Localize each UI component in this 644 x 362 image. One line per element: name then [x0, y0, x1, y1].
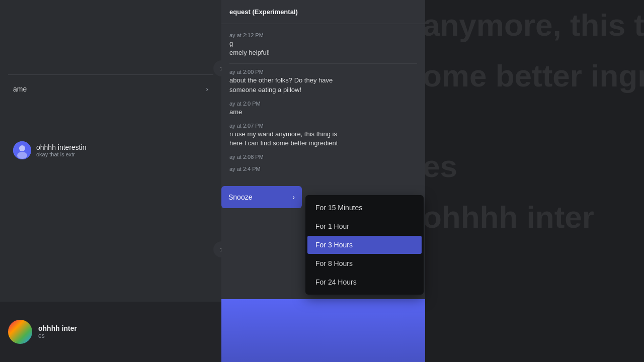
- message-divider-1: [229, 63, 417, 64]
- message-preview-text: ohhhh interestin: [36, 143, 87, 151]
- current-username: ohhhh inter: [38, 324, 213, 332]
- timestamp-4: ay at 2:07 PM: [229, 123, 417, 129]
- message-text-1b: emely helpful!: [229, 48, 417, 57]
- message-text-4b: here I can find some better ingredient: [229, 139, 417, 148]
- dropdown-item-1hour[interactable]: For 1 Hour: [307, 217, 422, 235]
- sidebar-channel-item[interactable]: ame ›: [8, 81, 213, 97]
- current-user-sub: es: [38, 332, 213, 339]
- chat-header: equest (Experimental): [221, 0, 425, 24]
- snooze-button[interactable]: Snooze ›: [221, 186, 302, 208]
- bg-line-1: anymore, this thing is: [423, 0, 644, 51]
- dropdown-item-3hours[interactable]: For 3 Hours: [307, 236, 422, 254]
- timestamp-2: ay at 2:00 PM: [229, 69, 417, 75]
- timestamp-5: ay at 2:08 PM: [229, 154, 417, 160]
- user-message-row[interactable]: ohhhh interestin okay that is extr: [8, 137, 213, 163]
- bg-line-3: [423, 101, 644, 141]
- bg-line-2: ome better ingredient: [423, 51, 644, 102]
- message-text-2b: someone eating a pillow!: [229, 85, 417, 95]
- message-text-3a: ame: [229, 108, 417, 117]
- svg-point-1: [19, 145, 25, 151]
- timestamp-1: ay at 2:12 PM: [229, 32, 417, 38]
- message-preview-sub: okay that is extr: [36, 151, 87, 157]
- message-group-3: ay at 2:0 PM ame: [229, 101, 417, 117]
- bg-line-4: es: [423, 141, 644, 192]
- dropdown-item-24hours[interactable]: For 24 Hours: [307, 273, 422, 291]
- user-message-preview: ohhhh interestin okay that is extr: [36, 143, 87, 157]
- message-group-4: ay at 2:07 PM n use my wand anymore, thi…: [229, 123, 417, 148]
- current-user-avatar: [8, 320, 32, 344]
- message-text-1a: g: [229, 39, 417, 48]
- timestamp-3: ay at 2:0 PM: [229, 101, 417, 107]
- user-avatar: [13, 141, 31, 159]
- snooze-chevron-icon: ›: [292, 193, 295, 201]
- snooze-dropdown: For 15 Minutes For 1 Hour For 3 Hours Fo…: [305, 195, 424, 295]
- message-text-4a: n use my wand anymore, this thing is: [229, 130, 417, 139]
- bottom-user-bar: ohhhh inter es: [0, 302, 221, 362]
- dropdown-item-15min[interactable]: For 15 Minutes: [307, 199, 422, 217]
- message-text-2a: about the other folks? Do they have: [229, 76, 417, 85]
- message-group-1: ay at 2:12 PM g emely helpful!: [229, 32, 417, 57]
- bottom-user-info: ohhhh inter es: [38, 324, 213, 339]
- dropdown-item-8hours[interactable]: For 8 Hours: [307, 254, 422, 273]
- chat-title: equest (Experimental): [229, 8, 298, 16]
- message-group-6: ay at 2:4 PM: [229, 166, 417, 172]
- svg-point-2: [17, 152, 27, 159]
- bg-line-5: ohhhh inter: [423, 192, 644, 243]
- sidebar-divider: [8, 74, 213, 75]
- timestamp-6: ay at 2:4 PM: [229, 166, 417, 172]
- background-text-right: anymore, this thing is ome better ingred…: [423, 0, 644, 362]
- bottom-color-bar: [221, 299, 425, 362]
- sidebar-item-label: ame: [13, 85, 27, 93]
- message-group-5: ay at 2:08 PM: [229, 154, 417, 160]
- snooze-label: Snooze: [228, 193, 252, 201]
- message-group-2: ay at 2:00 PM about the other folks? Do …: [229, 69, 417, 94]
- chevron-right-icon: ›: [206, 85, 208, 93]
